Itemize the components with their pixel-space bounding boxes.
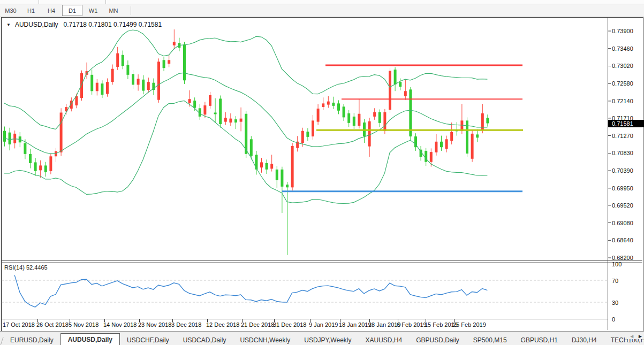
rsi-axis-label: 70 — [612, 278, 618, 284]
candle-body — [306, 132, 309, 137]
candle-body — [332, 103, 335, 106]
candle-body — [317, 109, 320, 122]
candle-body — [486, 118, 489, 123]
candle-body — [347, 113, 350, 123]
candle-body — [29, 154, 32, 163]
candle-body — [373, 112, 376, 117]
candle-body — [168, 60, 170, 64]
candle-body — [39, 165, 42, 170]
candle-body — [3, 131, 6, 142]
candle-body — [368, 121, 371, 147]
candle-body — [383, 112, 386, 131]
chevron-down-icon[interactable]: ▼ — [6, 22, 11, 27]
price-axis-label: 0.73020 — [612, 63, 643, 69]
candle-body — [214, 112, 217, 114]
date-axis-label: 21 Dec 2018 — [241, 321, 274, 328]
candle-body — [445, 139, 448, 149]
date-axis-label: 17 Oct 2018 — [3, 321, 35, 328]
date-axis-label: 18 Jan 2019 — [339, 321, 372, 328]
candle-body — [188, 99, 191, 103]
price-axis-label: 0.69950 — [612, 185, 643, 191]
candle-body — [111, 69, 114, 82]
price-axis-label: 0.69080 — [612, 220, 643, 226]
candle-body — [173, 42, 176, 45]
candle-body — [147, 82, 150, 90]
candle-body — [435, 142, 437, 152]
candles-layer — [3, 29, 489, 255]
candle-body — [132, 74, 134, 85]
candle-body — [440, 142, 443, 147]
date-axis-label: 12 Dec 2018 — [206, 321, 239, 328]
candle-body — [270, 164, 273, 168]
candle-body — [481, 113, 484, 130]
candle-body — [229, 119, 232, 122]
candle-body — [163, 60, 165, 68]
price-axis-label: 0.68200 — [612, 255, 643, 261]
date-axis-label: 23 Nov 2018 — [138, 321, 171, 328]
date-axis-label: 25 Feb 2019 — [453, 321, 486, 328]
candle-body — [224, 118, 227, 121]
rsi-pane[interactable] — [2, 275, 607, 307]
candle-body — [276, 170, 278, 180]
candle-body — [126, 65, 129, 75]
candle-body — [266, 163, 268, 170]
candle-body — [101, 83, 103, 95]
main-pane[interactable] — [3, 29, 523, 255]
candle-body — [209, 95, 211, 106]
date-axis-label: 28 Jan 2019 — [368, 321, 401, 328]
rsi-axis-label: 0 — [612, 316, 615, 323]
candle-body — [13, 134, 16, 143]
date-axis-label: 3 Dec 2018 — [171, 321, 201, 328]
candle-body — [24, 143, 26, 154]
price-axis-label: 0.70390 — [612, 167, 643, 174]
price-axis-label: 0.72580 — [612, 80, 643, 87]
tab-scroll-right-icon[interactable]: ► — [638, 333, 643, 339]
tab-scroll-left-icon[interactable]: ◄ — [629, 333, 634, 339]
candle-body — [430, 152, 433, 162]
candle-body — [394, 70, 397, 85]
candle-body — [358, 114, 360, 126]
candle-body — [193, 101, 196, 108]
date-axis-label: 5 Nov 2018 — [69, 321, 99, 328]
tab-scroll-arrows: ◄► — [627, 333, 643, 339]
candle-body — [250, 139, 253, 156]
candle-body — [327, 102, 330, 105]
price-axis-label: 0.70830 — [612, 150, 643, 156]
candle-body — [60, 112, 63, 152]
candle-body — [255, 155, 257, 170]
candle-body — [312, 120, 314, 136]
date-axis-label: 31 Dec 2018 — [273, 321, 306, 328]
candle-body — [9, 133, 11, 144]
candle-body — [450, 132, 453, 141]
candle-body — [106, 82, 109, 94]
candle-body — [337, 103, 340, 110]
candle-body — [219, 98, 222, 124]
rsi-indicator-label: RSI(14) 52.4465 — [4, 264, 48, 271]
date-axis-label: 26 Oct 2018 — [36, 321, 69, 328]
price-axis-label: 0.71270 — [612, 133, 643, 139]
candle-body — [203, 105, 206, 114]
candle-body — [142, 80, 145, 91]
candle-body — [353, 117, 355, 126]
price-axis-label: 0.73460 — [612, 45, 643, 52]
candle-body — [80, 73, 83, 98]
rsi-axis-label: 100 — [612, 261, 622, 267]
chart-symbol-label: AUDUSD,Daily — [15, 21, 58, 28]
candle-body — [122, 55, 124, 66]
candle-body — [34, 162, 37, 171]
candle-body — [96, 83, 99, 91]
price-axis-label: 0.73900 — [612, 28, 643, 34]
candle-body — [389, 71, 391, 110]
mt4-terminal: M30H1H4D1W1MN ▼AUDUSD,Daily0.71718 0.718… — [0, 0, 644, 345]
chart-canvas[interactable] — [0, 0, 644, 345]
date-axis-label: 9 Jan 2019 — [309, 321, 338, 328]
candle-body — [157, 62, 160, 99]
candle-body — [183, 44, 186, 80]
candle-body — [286, 185, 289, 187]
candle-body — [378, 112, 381, 123]
candle-body — [260, 162, 263, 167]
candle-body — [75, 96, 78, 105]
price-axis-label: 0.68640 — [612, 237, 643, 243]
date-axis-label: 14 Nov 2018 — [103, 321, 137, 328]
current-price-tag: 0.71581 — [608, 120, 644, 127]
